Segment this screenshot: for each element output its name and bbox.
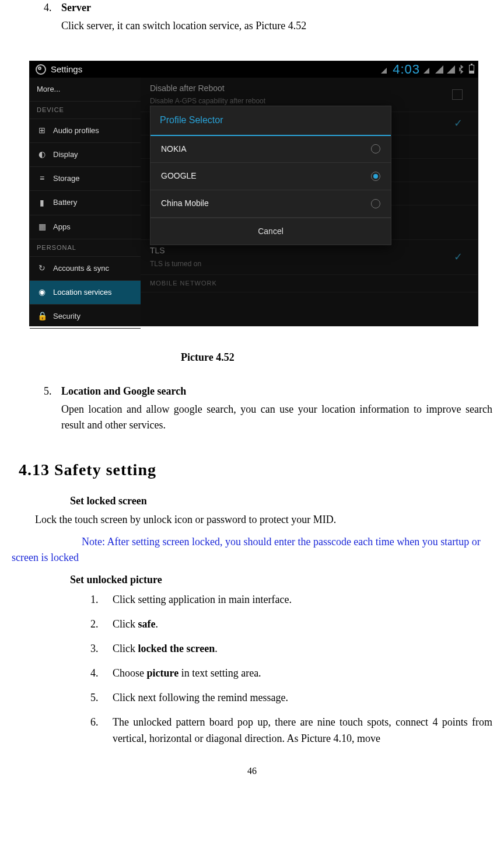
- subhead-set-unlocked-picture: Set unlocked picture: [70, 572, 492, 588]
- figure-caption: Picture 4.52: [181, 350, 492, 366]
- sidebar-personal-header: PERSONAL: [30, 239, 141, 257]
- dialog-option-label: GOOGLE: [161, 170, 197, 183]
- step-number: 4.: [90, 665, 113, 682]
- step-number: 2.: [90, 616, 113, 633]
- battery-menu-icon: ▮: [37, 197, 47, 208]
- step-text: Choose picture in text setting area.: [113, 665, 492, 682]
- signal-icon-3: [447, 65, 455, 74]
- sidebar-security[interactable]: 🔒 Security: [30, 305, 141, 329]
- settings-screenshot: Settings 4:03 More... DEVICE ⊞ Audi: [29, 61, 478, 326]
- profile-selector-dialog: Profile Selector NOKIA GOOGLE China Mobi…: [150, 106, 391, 246]
- sidebar-item-label: Location services: [53, 287, 111, 298]
- dialog-title: Profile Selector: [150, 106, 391, 136]
- sidebar-item-label: Accounts & sync: [53, 263, 109, 274]
- storage-icon: ≡: [37, 173, 47, 184]
- sidebar-location-services[interactable]: ◉ Location services: [30, 281, 141, 305]
- signal-icon-2: [435, 65, 443, 74]
- step-text: Click safe.: [113, 616, 492, 633]
- subhead-set-locked-screen: Set locked screen: [70, 493, 492, 510]
- sidebar-audio-profiles[interactable]: ⊞ Audio profiles: [30, 119, 141, 143]
- sidebar-storage[interactable]: ≡ Storage: [30, 167, 141, 191]
- section-heading: 4.13 Safety setting: [19, 457, 492, 482]
- step-number: 3.: [90, 641, 113, 657]
- sidebar-battery[interactable]: ▮ Battery: [30, 191, 141, 215]
- radio-unselected[interactable]: [371, 199, 380, 208]
- checkbox-unchecked[interactable]: [452, 89, 463, 100]
- step-text: Click next following the remind message.: [113, 690, 492, 706]
- sidebar-item-label: Apps: [53, 221, 71, 233]
- dialog-option-label: China Mobile: [161, 197, 209, 210]
- step-3: 3. Click locked the screen.: [90, 641, 492, 657]
- signal-icon-1: [424, 65, 432, 74]
- dialog-option-china-mobile[interactable]: China Mobile: [150, 190, 391, 218]
- radio-selected[interactable]: [371, 172, 380, 181]
- sidebar-more[interactable]: More...: [30, 78, 141, 102]
- sidebar-accounts-sync[interactable]: ↻ Accounts & sync: [30, 257, 141, 281]
- bluetooth-icon: [459, 65, 466, 74]
- sidebar-apps[interactable]: ▦ Apps: [30, 215, 141, 239]
- item4-title: Server: [61, 0, 91, 16]
- settings-sidebar: More... DEVICE ⊞ Audio profiles ◐ Displa…: [30, 78, 141, 326]
- battery-icon: [469, 65, 474, 74]
- lock-icon: 🔒: [37, 311, 47, 322]
- page-number: 46: [12, 764, 492, 779]
- item5-body: Open location and allow google search, y…: [61, 402, 492, 434]
- dialog-option-nokia[interactable]: NOKIA: [150, 136, 391, 163]
- content-mobile-network: MOBILE NETWORK: [141, 275, 478, 292]
- location-icon: ◉: [37, 287, 47, 298]
- sidebar-item-label: Storage: [53, 173, 80, 184]
- item4-body: Click server, it can switch location ser…: [61, 18, 492, 34]
- item5-title: Location and Google search: [61, 384, 186, 400]
- step-6: 6. The unlocked pattern board pop up, th…: [90, 714, 492, 747]
- checkmark-icon: ✓: [454, 249, 463, 266]
- settings-label: Settings: [51, 62, 82, 76]
- sidebar-item-label: Battery: [53, 197, 77, 208]
- step-number: 1.: [90, 592, 113, 608]
- checkmark-icon: ✓: [454, 116, 463, 132]
- signal-e-icon: [381, 65, 389, 74]
- settings-icon: [36, 64, 46, 75]
- step-number: 6.: [90, 714, 113, 747]
- radio-unselected[interactable]: [371, 144, 380, 154]
- clock: 4:03: [393, 60, 420, 79]
- sync-icon: ↻: [37, 263, 47, 274]
- step-1: 1. Click setting application in main int…: [90, 592, 492, 608]
- content-row-title: TLS: [150, 245, 201, 257]
- step-number: 5.: [90, 690, 113, 706]
- content-row-title: Disable after Reboot: [150, 82, 265, 95]
- item4-number: 4.: [44, 0, 61, 16]
- display-icon: ◐: [37, 149, 47, 160]
- sidebar-item-label: Audio profiles: [53, 125, 99, 137]
- step-text: Click locked the screen.: [113, 641, 492, 657]
- dialog-cancel-button[interactable]: Cancel: [150, 218, 391, 245]
- content-row-sub: TLS is turned on: [150, 259, 201, 270]
- step-2: 2. Click safe.: [90, 616, 492, 633]
- apps-icon: ▦: [37, 222, 47, 232]
- audio-icon: ⊞: [37, 126, 47, 136]
- step-text: Click setting application in main interf…: [113, 592, 492, 608]
- step-4: 4. Choose picture in text setting area.: [90, 665, 492, 682]
- item5-number: 5.: [44, 384, 61, 400]
- note-text: Note: After setting screen locked, you s…: [12, 534, 492, 567]
- para-lock-touch: Lock the touch screen by unlock icon or …: [35, 512, 492, 528]
- status-bar: Settings 4:03: [30, 61, 478, 78]
- sidebar-more-label: More...: [37, 83, 60, 95]
- sidebar-item-label: Display: [53, 149, 78, 161]
- dialog-option-google[interactable]: GOOGLE: [150, 163, 391, 190]
- step-text: The unlocked pattern board pop up, there…: [113, 714, 492, 747]
- sidebar-device-header: DEVICE: [30, 102, 141, 119]
- sidebar-item-label: Security: [53, 311, 80, 322]
- dialog-option-label: NOKIA: [161, 143, 187, 156]
- step-5: 5. Click next following the remind messa…: [90, 690, 492, 706]
- sidebar-display[interactable]: ◐ Display: [30, 143, 141, 167]
